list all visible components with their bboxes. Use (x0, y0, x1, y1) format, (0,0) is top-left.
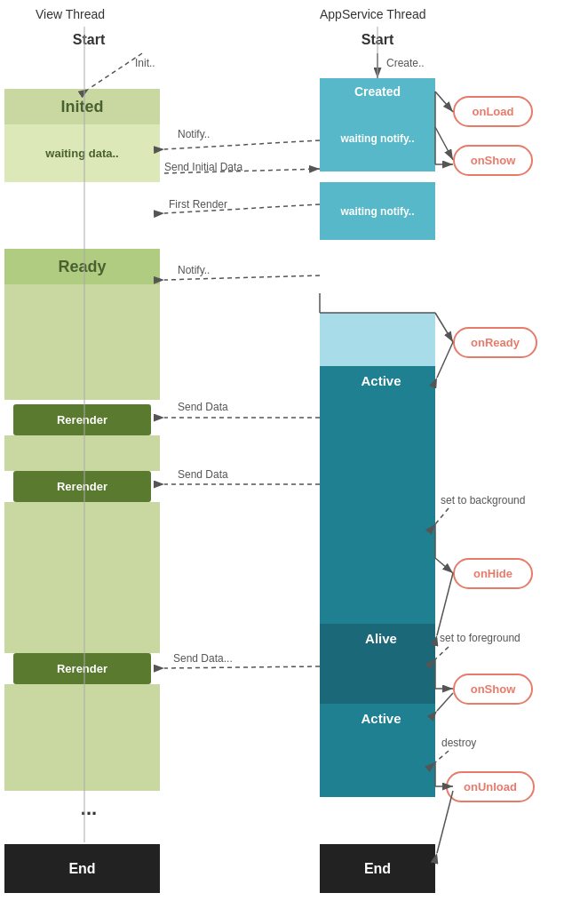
view-thread-header: View Thread (36, 7, 105, 21)
app-waiting-notify-1: waiting notify.. (320, 105, 435, 171)
svg-line-19 (435, 313, 453, 342)
svg-text:set to foreground: set to foreground (440, 632, 520, 644)
app-alive: Alive (320, 624, 435, 704)
onload-callback: onLoad (453, 96, 533, 127)
svg-line-39 (435, 751, 449, 762)
app-light-gap (320, 313, 435, 366)
svg-line-2 (89, 53, 142, 89)
svg-line-35 (437, 693, 453, 711)
view-end: End (4, 844, 160, 893)
onshow-callback-1: onShow (453, 145, 533, 176)
svg-line-7 (435, 127, 453, 160)
svg-text:Send Data: Send Data (178, 401, 228, 413)
svg-line-42 (437, 791, 453, 853)
svg-line-29 (435, 558, 453, 573)
view-waiting-data: waiting data.. (4, 124, 160, 182)
svg-line-14 (164, 204, 320, 213)
svg-text:set to background: set to background (441, 494, 525, 506)
svg-line-6 (435, 92, 453, 112)
view-rerender-1: Rerender (13, 404, 151, 435)
app-waiting-notify-2: waiting notify.. (320, 182, 435, 240)
svg-text:First Render: First Render (169, 198, 227, 211)
svg-text:Create..: Create.. (386, 57, 425, 69)
view-gap-3 (4, 684, 160, 791)
app-created: Created (320, 78, 435, 105)
onhide-callback: onHide (453, 558, 533, 589)
svg-line-21 (437, 342, 453, 378)
onshow-callback-2: onShow (453, 674, 533, 705)
view-gap-1 (4, 435, 160, 471)
svg-text:destroy: destroy (441, 737, 476, 749)
onunload-callback: onUnload (446, 771, 535, 802)
svg-line-16 (164, 275, 320, 280)
onready-callback: onReady (453, 327, 537, 358)
svg-text:Send Data...: Send Data... (173, 652, 233, 665)
app-active-1: Active (320, 366, 435, 624)
view-rerender-2: Rerender (13, 471, 151, 502)
app-thread-header: AppService Thread (320, 7, 426, 21)
view-ellipsis: ... (18, 795, 160, 822)
diagram: View Thread AppService Thread Start Init… (0, 0, 588, 901)
svg-line-30 (437, 573, 453, 635)
view-inited: Inited (4, 89, 160, 124)
svg-text:Init..: Init.. (135, 57, 155, 69)
view-start: Start (18, 27, 160, 53)
app-start: Start (320, 27, 435, 53)
view-ready: Ready (4, 249, 160, 284)
svg-line-32 (435, 647, 449, 659)
svg-text:Send Data: Send Data (178, 468, 228, 481)
svg-line-10 (164, 140, 320, 149)
app-end: End (320, 844, 435, 893)
svg-line-12 (164, 169, 320, 173)
svg-line-27 (435, 508, 449, 524)
view-rerender-3: Rerender (13, 653, 151, 684)
svg-text:Send Initial Data: Send Initial Data (164, 161, 242, 173)
svg-line-36 (164, 666, 320, 668)
svg-text:Notify..: Notify.. (178, 128, 210, 140)
view-gap-2 (4, 502, 160, 653)
app-active-2: Active (320, 704, 435, 797)
svg-text:Notify..: Notify.. (178, 264, 210, 276)
view-ready-body (4, 284, 160, 400)
